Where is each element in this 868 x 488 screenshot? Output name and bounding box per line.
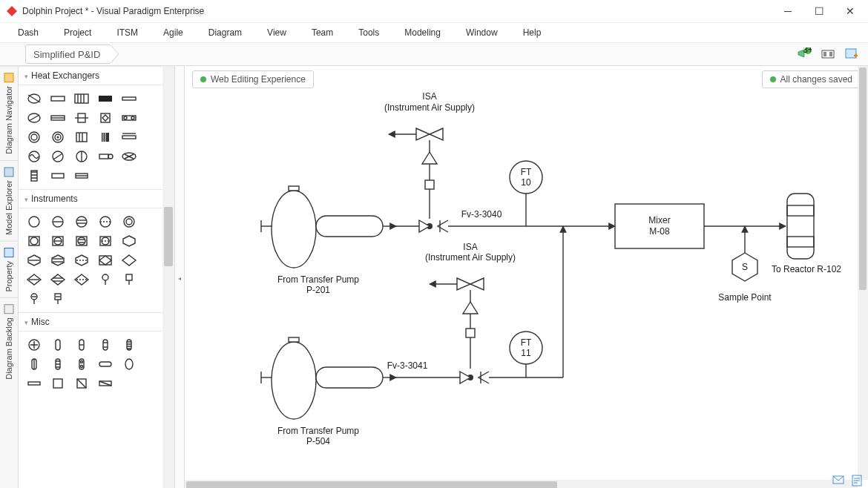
shape-item[interactable] (96, 111, 115, 125)
canvas-scroll-thumb-v[interactable] (859, 67, 867, 290)
shape-item[interactable] (119, 91, 139, 106)
shape-item[interactable] (96, 130, 115, 145)
new-diagram-icon[interactable] (843, 45, 861, 63)
shape-item[interactable] (24, 234, 44, 248)
menu-view[interactable]: View (257, 25, 297, 40)
isa-supply-2[interactable]: ISA (Instrument Air Supply) (425, 242, 516, 383)
shape-item[interactable] (24, 111, 44, 125)
shape-item[interactable] (48, 272, 68, 287)
shape-item[interactable] (119, 111, 139, 125)
shape-item[interactable] (72, 234, 91, 248)
ft-11-instrument[interactable]: FT 11 (510, 332, 542, 377)
shape-item[interactable] (96, 234, 115, 248)
shape-item[interactable] (48, 253, 68, 268)
rail-tab-diagram-backlog[interactable]: Diagram Backlog (0, 297, 18, 386)
rail-tab-model-explorer[interactable]: Model Explorer (0, 160, 18, 241)
menu-itsm[interactable]: ITSM (106, 25, 148, 40)
canvas-scrollbar-vertical[interactable] (858, 66, 868, 480)
shape-item[interactable] (72, 111, 91, 125)
shape-item[interactable] (119, 234, 139, 248)
note-icon[interactable] (852, 475, 862, 487)
menu-help[interactable]: Help (513, 25, 552, 40)
shape-item[interactable] (24, 130, 44, 145)
shape-item[interactable] (48, 357, 68, 372)
menu-tools[interactable]: Tools (348, 25, 389, 40)
shape-item[interactable] (119, 357, 139, 372)
shape-item[interactable] (72, 337, 91, 352)
shape-item[interactable] (119, 253, 139, 268)
shape-item[interactable] (96, 337, 115, 352)
shape-item[interactable] (24, 149, 44, 164)
shape-item[interactable] (119, 130, 139, 145)
rail-tab-property[interactable]: Property (0, 241, 18, 298)
shape-item[interactable] (119, 149, 139, 164)
shape-item[interactable] (48, 149, 68, 164)
shape-item[interactable] (24, 291, 44, 306)
menu-modeling[interactable]: Modeling (394, 25, 451, 40)
menu-window[interactable]: Window (456, 25, 508, 40)
palette-cat-instruments[interactable]: Instruments (19, 189, 162, 208)
menu-team[interactable]: Team (301, 25, 343, 40)
shape-item[interactable] (48, 130, 68, 145)
ft-10-instrument[interactable]: FT 10 (510, 161, 542, 226)
mixer-m08[interactable]: Mixer M-08 (615, 204, 704, 248)
breadcrumb[interactable]: Simplified P&ID (25, 44, 111, 64)
shape-item[interactable] (119, 337, 139, 352)
shape-item[interactable] (96, 376, 115, 391)
shape-item[interactable] (119, 214, 139, 229)
shape-item[interactable] (48, 214, 68, 229)
announcement-icon[interactable]: 3+ (795, 45, 813, 63)
shape-item[interactable] (48, 111, 68, 125)
mail-icon[interactable] (832, 475, 844, 485)
shape-item[interactable] (48, 168, 68, 183)
shape-item[interactable] (119, 272, 139, 287)
shape-item[interactable] (24, 337, 44, 352)
shape-item[interactable] (72, 149, 91, 164)
shape-item[interactable] (72, 272, 91, 287)
canvas-scroll-thumb-h[interactable] (186, 481, 557, 488)
shape-item[interactable] (48, 234, 68, 248)
menu-dash[interactable]: Dash (7, 25, 49, 40)
shape-item[interactable] (96, 91, 115, 106)
splitter-handle[interactable] (175, 66, 185, 488)
shape-item[interactable] (48, 91, 68, 106)
palette-scrollbar-thumb[interactable] (164, 207, 173, 266)
shape-item[interactable] (24, 214, 44, 229)
shape-item[interactable] (96, 149, 115, 164)
menu-diagram[interactable]: Diagram (198, 25, 252, 40)
shape-item[interactable] (96, 357, 115, 372)
rail-tab-diagram-navigator[interactable]: Diagram Navigator (0, 66, 18, 160)
shape-item[interactable] (72, 357, 91, 372)
palette-cat-misc[interactable]: Misc (19, 312, 162, 332)
shape-item[interactable] (72, 214, 91, 229)
shape-item[interactable] (96, 272, 115, 287)
reactor-r102[interactable]: To Reactor R-102 (772, 194, 841, 274)
shape-item[interactable] (24, 357, 44, 372)
shape-item[interactable] (48, 291, 68, 306)
diagram-canvas[interactable]: Web Editing Experience All changes saved… (185, 66, 868, 488)
shape-item[interactable] (24, 272, 44, 287)
canvas-scrollbar-horizontal[interactable] (185, 480, 858, 488)
palette-cat-heat-exchangers[interactable]: Heat Exchangers (19, 66, 162, 85)
shape-item[interactable] (72, 376, 91, 391)
shape-item[interactable] (24, 91, 44, 106)
shape-item[interactable] (48, 376, 68, 391)
transfer-pump-2[interactable]: From Transfer Pump P-504 (261, 337, 396, 446)
shape-item[interactable] (48, 337, 68, 352)
menu-project[interactable]: Project (53, 25, 102, 40)
shape-item[interactable] (96, 253, 115, 268)
shape-item[interactable] (72, 130, 91, 145)
pid-diagram[interactable]: ISA (Instrument Air Supply) (185, 88, 860, 474)
shape-item[interactable] (24, 253, 44, 268)
menu-agile[interactable]: Agile (153, 25, 194, 40)
shape-item[interactable] (72, 91, 91, 106)
palette-scrollbar[interactable] (162, 66, 174, 488)
shape-item[interactable] (24, 376, 44, 391)
shape-item[interactable] (96, 214, 115, 229)
shape-item[interactable] (72, 168, 91, 183)
shape-item[interactable] (24, 168, 44, 183)
minimize-button[interactable]: ─ (779, 5, 797, 17)
close-button[interactable]: ✕ (841, 5, 859, 17)
layout-icon[interactable] (819, 45, 837, 63)
maximize-button[interactable]: ☐ (810, 5, 828, 17)
